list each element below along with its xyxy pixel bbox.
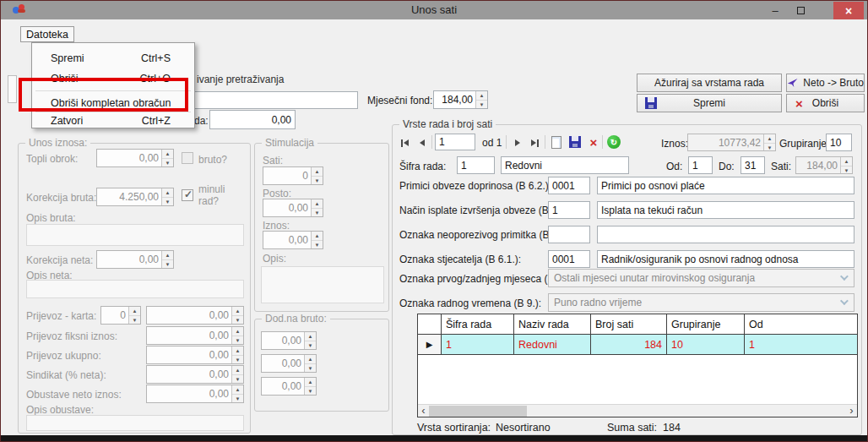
spinner-buttons[interactable] — [161, 150, 173, 166]
delete-record-button[interactable]: × — [585, 134, 602, 150]
sati-spinner[interactable]: 184,00 — [795, 156, 853, 174]
spinner-buttons[interactable] — [231, 327, 243, 344]
grupiranje-input[interactable]: 10 — [826, 134, 852, 151]
column-header[interactable]: Od — [745, 314, 857, 335]
dod-bruto-spinner-2[interactable]: 0,00 — [261, 354, 317, 373]
field-desc-input[interactable]: Primici po osnovi plaće — [597, 177, 854, 194]
monthly-fund-spinner[interactable]: 184,00 — [433, 90, 488, 109]
first-record-button[interactable] — [396, 134, 413, 151]
dod-bruto-spinner-3[interactable]: 0,00 — [261, 377, 317, 396]
obustave-spinner[interactable]: 0,00 — [146, 385, 244, 403]
iznos-spinner[interactable]: 10773,42 — [687, 134, 776, 151]
spinner-buttons[interactable] — [128, 307, 140, 324]
minuli-rad-checkbox[interactable] — [182, 189, 193, 201]
field-code-input[interactable]: 0001 — [548, 177, 590, 194]
dod-bruto-spinner-1[interactable]: 0,00 — [261, 331, 317, 350]
previous-record-button[interactable] — [414, 134, 431, 151]
topli-obrok-spinner[interactable]: 0,00 — [96, 149, 174, 167]
spinner-buttons[interactable] — [231, 366, 243, 383]
spinner-buttons[interactable] — [231, 347, 243, 363]
sifra-rada-input[interactable]: 1 — [457, 156, 495, 174]
value: 0,00 — [150, 368, 229, 380]
spinner-buttons[interactable] — [161, 251, 173, 268]
prijevoz-karta-spinner[interactable]: 0,00 — [146, 306, 244, 325]
column-header[interactable]: Naziv rada — [514, 314, 591, 335]
menu-item-zatvori[interactable]: Zatvori Ctrl+Z — [34, 113, 193, 128]
update-work-types-button[interactable]: Ažuriraj sa vrstama rada — [637, 74, 782, 92]
field-desc-input[interactable] — [597, 226, 854, 243]
spinner-buttons[interactable] — [231, 385, 243, 402]
column-header[interactable]: Broj sati — [591, 314, 667, 335]
value: Isplata na tekući račun — [601, 205, 850, 216]
spinner-buttons[interactable] — [304, 378, 316, 395]
table-cell[interactable]: 1 — [745, 335, 857, 355]
field-code-input[interactable]: 1 — [548, 201, 590, 219]
cut-field-value[interactable]: 0,00 — [209, 110, 296, 129]
field-code-input[interactable]: 0001 — [548, 250, 590, 268]
refresh-button[interactable]: ↻ — [605, 134, 622, 150]
maximize-button[interactable] — [788, 1, 813, 19]
row-selector-cell[interactable]: ▶ — [418, 335, 442, 355]
scrollbar-thumb[interactable] — [429, 406, 527, 417]
row-selector-header[interactable] — [418, 314, 442, 335]
table-row[interactable]: ▶ 1 Redovni 184 10 1 — [418, 335, 857, 355]
value: 0,00 — [150, 349, 229, 361]
prijevoz-karta-count-spinner[interactable]: 0 — [100, 306, 141, 325]
do-input[interactable]: 31 — [741, 156, 765, 174]
opis-bruta-input[interactable] — [26, 224, 244, 246]
titlebar[interactable]: Unos sati – × — [1, 1, 867, 19]
save-button[interactable]: Spremi — [637, 94, 782, 112]
spinner-buttons[interactable] — [304, 332, 316, 349]
save-record-button[interactable] — [567, 134, 583, 150]
menu-datoteka[interactable]: Datoteka — [20, 26, 74, 42]
next-record-button[interactable] — [509, 134, 526, 151]
neto-bruto-button[interactable]: Neto -> Bruto — [786, 74, 865, 92]
spinner-buttons[interactable] — [304, 355, 316, 372]
table-cell[interactable]: 1 — [442, 335, 514, 355]
field-desc-input[interactable]: Isplata na tekući račun — [597, 201, 854, 219]
prijevoz-ukupno-label: Prijevoz ukupno: — [26, 350, 101, 362]
table-cell[interactable]: 10 — [667, 335, 745, 355]
korekcija-bruta-spinner[interactable]: 4.250,00 — [96, 188, 174, 206]
sindikat-spinner[interactable]: 0,00 — [146, 365, 244, 384]
korekcija-neta-spinner[interactable]: 0,00 — [96, 250, 174, 269]
opis-neta-input[interactable] — [26, 280, 244, 298]
table-cell[interactable]: 184 — [591, 335, 667, 355]
stim-sati-spinner[interactable]: 0 — [263, 166, 323, 185]
field-code-input[interactable] — [548, 226, 590, 243]
field-desc-input[interactable]: Radnik/osiguranik po osnovi radnog odnos… — [597, 250, 854, 268]
prijevoz-fiksni-spinner[interactable]: 0,00 — [146, 326, 244, 345]
last-record-button[interactable] — [526, 134, 543, 151]
spinner-buttons[interactable] — [311, 199, 323, 216]
delete-button[interactable]: × Obriši — [786, 94, 865, 112]
spinner-buttons[interactable] — [475, 91, 487, 108]
spinner-buttons[interactable] — [161, 188, 173, 205]
naziv-rada-input[interactable]: Redovni — [501, 156, 629, 174]
minimize-button[interactable]: – — [762, 1, 788, 19]
spinner-buttons[interactable] — [311, 167, 323, 184]
spinner-buttons[interactable] — [231, 307, 243, 324]
table-cell[interactable]: Redovni — [514, 335, 591, 355]
stim-opis-input[interactable] — [261, 266, 384, 303]
stim-iznos-spinner[interactable]: 0,00 — [263, 231, 323, 249]
record-position-input[interactable]: 1 — [435, 134, 475, 150]
column-header[interactable]: Šifra rada — [442, 314, 514, 335]
prijevoz-ukupno-spinner[interactable]: 0,00 — [146, 346, 244, 364]
spinner-buttons[interactable] — [311, 232, 323, 248]
horizontal-scrollbar[interactable]: ‹ › — [418, 404, 857, 417]
bruto-checkbox[interactable] — [182, 152, 193, 164]
menu-item-spremi[interactable]: Spremi Ctrl+S — [34, 48, 193, 68]
scroll-left-arrow[interactable]: ‹ — [418, 404, 429, 417]
stim-posto-spinner[interactable]: 0,00 — [263, 199, 323, 217]
column-header[interactable]: Grupiranje — [667, 314, 745, 335]
scroll-right-arrow[interactable]: › — [846, 404, 857, 417]
new-record-button[interactable] — [548, 134, 565, 150]
close-button[interactable]: × — [833, 2, 864, 19]
od-input[interactable]: 1 — [688, 156, 713, 174]
opis-obustave-input[interactable] — [26, 415, 244, 431]
spinner-buttons[interactable] — [763, 134, 775, 150]
radno-vrijeme-dropdown[interactable]: Puno radno vrijeme — [548, 293, 854, 312]
prvi-zadnji-mjesec-dropdown[interactable]: Ostali mjeseci unutar mirovinskog osigur… — [548, 269, 854, 287]
value: 0,00 — [150, 309, 229, 321]
spinner-buttons[interactable] — [840, 157, 852, 173]
